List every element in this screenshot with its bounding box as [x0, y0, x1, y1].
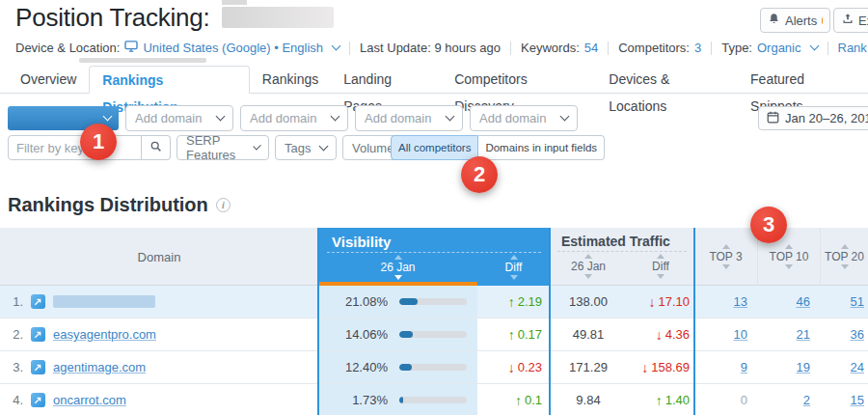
column-header-traffic-date[interactable]: 26 Jan — [550, 252, 627, 280]
visibility-bar — [399, 298, 467, 305]
type-value[interactable]: Organic — [757, 41, 801, 55]
tab-rankings-distribution[interactable]: Rankings Distribution — [89, 66, 250, 94]
keywords-label: Keywords: — [521, 41, 580, 55]
column-header-top3[interactable]: TOP 3 — [694, 228, 757, 286]
traffic-diff-value: 158.69 — [651, 360, 690, 374]
date-range-picker[interactable]: Jan 20–26, 2019 (la — [758, 106, 868, 130]
domain-cell: 1. — [0, 286, 318, 318]
top10-link[interactable]: 46 — [797, 294, 810, 309]
column-header-traffic-diff[interactable]: Diff — [627, 252, 694, 280]
table-row: 1. 21.08% ↑2.19 138.00 ↓17.10 13 46 51 — [0, 286, 868, 318]
visibility-diff-value: 0.1 — [525, 393, 542, 407]
traffic-cell: 138.00 — [550, 286, 627, 318]
rank-count-selector[interactable]: Rank count — [838, 41, 868, 55]
top3-link[interactable]: 0 — [741, 393, 747, 407]
table-header: Domain Visibility 26 Jan Diff — [0, 228, 868, 286]
traffic-date-label: 26 Jan — [571, 260, 606, 273]
column-header-visibility-date[interactable]: 26 Jan — [318, 253, 477, 281]
tab-bar: Overview Rankings Distribution Rankings … — [0, 66, 868, 94]
tab-landing-pages[interactable]: Landing Pages — [331, 66, 442, 94]
competitors-label: Competitors: — [618, 41, 690, 55]
competitors-value[interactable]: 3 — [694, 41, 701, 55]
chevron-down-icon[interactable] — [809, 42, 819, 51]
visibility-group-title: Visibility — [318, 228, 550, 252]
visibility-cell: 12.40% — [318, 351, 477, 383]
top10-link[interactable]: 21 — [797, 327, 810, 342]
diff-arrow-icon: ↓ — [648, 294, 655, 310]
visibility-bar-fill — [399, 298, 418, 305]
divider — [827, 42, 828, 55]
top20-link[interactable]: 51 — [851, 294, 864, 309]
top3-link[interactable]: 10 — [734, 327, 747, 342]
add-domain-placeholder: Add domain — [365, 111, 431, 125]
top3-label: TOP 3 — [709, 250, 742, 263]
export-button[interactable]: Exp — [833, 8, 868, 33]
column-divider — [317, 228, 319, 415]
bell-icon — [768, 13, 780, 28]
chevron-down-icon — [331, 112, 340, 122]
position-tracking-app: Position Tracking: Alerts Exp Device & L… — [0, 0, 868, 415]
top20-link[interactable]: 15 — [851, 393, 864, 407]
tags-dropdown[interactable]: Tags — [275, 135, 337, 160]
visibility-cell: 1.73% — [318, 384, 477, 415]
traffic-diff-cell: ↓17.10 — [627, 286, 694, 318]
domain-link[interactable]: agentimage.com — [53, 360, 146, 374]
add-domain-dropdown-1[interactable]: Add domain — [125, 105, 233, 131]
tab-devices-locations[interactable]: Devices & Locations — [596, 66, 738, 94]
top10-link[interactable]: 19 — [797, 360, 810, 374]
keywords-value[interactable]: 54 — [584, 41, 598, 55]
top10-cell: 46 — [757, 286, 820, 318]
external-link-icon[interactable] — [31, 360, 45, 374]
alerts-button[interactable]: Alerts — [760, 8, 830, 33]
domain-link[interactable]: oncarrot.com — [53, 393, 126, 407]
search-button[interactable] — [142, 135, 171, 160]
visibility-bar — [399, 331, 467, 338]
top3-link[interactable]: 13 — [734, 294, 747, 309]
traffic-diff-cell: ↓158.69 — [627, 351, 694, 383]
serp-features-dropdown[interactable]: SERP Features — [176, 135, 269, 160]
monitor-icon — [124, 41, 138, 55]
top3-cell: 10 — [694, 318, 757, 350]
divider — [711, 42, 712, 55]
row-rank: 4. — [8, 393, 23, 407]
tab-competitors-discovery[interactable]: Competitors Discovery — [442, 66, 596, 94]
row-rank: 2. — [8, 327, 23, 342]
sort-desc-icon — [841, 264, 849, 269]
top10-link[interactable]: 2 — [803, 393, 810, 407]
type-selector[interactable]: Type: Organic — [721, 41, 817, 55]
top20-label: TOP 20 — [825, 250, 864, 263]
add-domain-dropdown-2[interactable]: Add domain — [240, 105, 348, 131]
external-link-icon[interactable] — [31, 327, 45, 342]
tab-overview[interactable]: Overview — [8, 66, 89, 94]
column-header-visibility-diff[interactable]: Diff — [477, 253, 550, 281]
top20-link[interactable]: 24 — [851, 360, 864, 374]
add-domain-dropdown-3[interactable]: Add domain — [355, 105, 463, 131]
domain-link[interactable]: easyagentpro.com — [53, 327, 156, 342]
toggle-all-competitors[interactable]: All competitors — [391, 135, 478, 160]
blur-artifact — [79, 58, 206, 63]
tab-featured-snippets[interactable]: Featured Snippets — [738, 66, 868, 94]
sort-desc-icon — [394, 275, 402, 280]
add-domain-placeholder: Add domain — [479, 111, 546, 125]
annotation-step-1: 1 — [80, 124, 117, 160]
diff-arrow-icon: ↑ — [515, 393, 522, 408]
top20-link[interactable]: 36 — [851, 327, 864, 342]
chevron-down-icon[interactable] — [332, 42, 341, 51]
domain-cell: 4. oncarrot.com — [0, 384, 318, 415]
column-header-top20[interactable]: TOP 20 — [820, 228, 868, 286]
add-domain-dropdown-4[interactable]: Add domain — [470, 105, 578, 131]
keyword-search-input[interactable] — [8, 135, 142, 160]
export-label: Exp — [858, 14, 868, 28]
visibility-cell: 14.06% — [318, 318, 477, 350]
external-link-icon[interactable] — [31, 294, 45, 309]
volume-label: Volume — [352, 141, 393, 155]
top3-cell: 0 — [694, 384, 757, 415]
visibility-diff-cell: ↓0.23 — [477, 351, 550, 383]
device-location-value[interactable]: United States (Google) • English — [143, 41, 323, 55]
chevron-down-icon — [319, 141, 329, 151]
info-icon[interactable]: i — [216, 198, 231, 212]
top3-link[interactable]: 9 — [741, 360, 747, 374]
tab-rankings[interactable]: Rankings — [250, 66, 331, 94]
toggle-domains-in-input-fields[interactable]: Domains in input fields — [478, 135, 605, 160]
external-link-icon[interactable] — [31, 393, 45, 407]
